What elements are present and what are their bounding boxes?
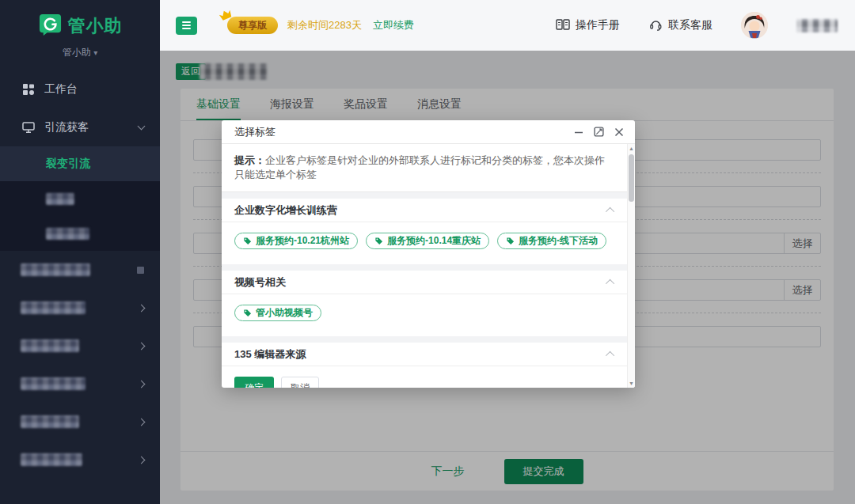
scroll-up-icon[interactable]: ▲: [628, 146, 635, 151]
manual-label: 操作手册: [576, 18, 620, 32]
submenu-item-裂变引流[interactable]: 裂变引流: [0, 146, 160, 181]
sidebar-item-redacted[interactable]: [0, 289, 160, 327]
tag-管小助视频号[interactable]: 管小助视频号: [234, 305, 321, 321]
chevron-up-icon[interactable]: [606, 279, 614, 287]
tag-group-header: 135 编辑器来源: [222, 343, 635, 366]
tag-group-header: 企业数字化增长训练营: [222, 199, 635, 222]
tag-服务预约-10.14重庆站[interactable]: 服务预约-10.14重庆站: [366, 233, 489, 249]
select-tag-dialog: 选择标签 提示：企业客户标签是针对企业的外部联系人进行标记和分类的标签，您本次操…: [222, 120, 635, 388]
chevron-right-icon: [138, 456, 146, 464]
sidebar-item-redacted[interactable]: [0, 403, 160, 441]
section-separator: [222, 336, 635, 343]
chevron-right-icon: [138, 304, 146, 312]
chevron-up-icon[interactable]: [606, 351, 614, 359]
brand-logo-icon: [38, 13, 63, 40]
tag-label: 服务预约-10.21杭州站: [256, 234, 349, 248]
minimize-icon[interactable]: [574, 127, 583, 137]
submenu-item-redacted[interactable]: [0, 216, 160, 251]
redacted-label: [21, 339, 79, 352]
sidebar-item-引流获客[interactable]: 引流获客: [0, 108, 160, 146]
tag-服务预约-线下活动[interactable]: 服务预约-线下活动: [497, 233, 606, 249]
chevron-right-icon: [138, 380, 146, 388]
dialog-window-controls: [574, 127, 624, 137]
workspace-switcher[interactable]: 管小助 ▾: [0, 46, 160, 59]
sidebar-item-label: 工作台: [44, 82, 78, 97]
redacted-label: [46, 228, 89, 240]
manual-link[interactable]: 操作手册: [556, 18, 620, 33]
redacted-label: [21, 301, 86, 314]
main-area: 尊享版 剩余时间2283天 立即续费 操作手册 联系客服: [160, 0, 855, 504]
cancel-button[interactable]: 取消: [281, 377, 319, 388]
sidebar-submenu: 裂变引流: [0, 146, 160, 251]
tag-label: 服务预约-10.14重庆站: [387, 234, 481, 248]
submenu-item-redacted[interactable]: [0, 181, 160, 216]
caret-down-icon: ▾: [93, 48, 97, 57]
chevron-right-icon: [138, 342, 146, 350]
brand-logo: 管小助: [0, 0, 160, 40]
submenu-item-label: 裂变引流: [46, 157, 90, 171]
sidebar: 管小助 管小助 ▾ 工作台引流获客裂变引流: [0, 0, 160, 504]
sidebar-item-redacted[interactable]: [0, 251, 160, 289]
collapse-sidebar-button[interactable]: [176, 17, 197, 35]
topbar-right: 操作手册 联系客服: [556, 12, 838, 39]
tag-icon: [243, 309, 252, 317]
support-label: 联系客服: [668, 18, 712, 32]
section-separator: [222, 192, 635, 199]
redacted-label: [21, 415, 79, 428]
tag-list: 服务预约-10.21杭州站服务预约-10.14重庆站服务预约-线下活动: [222, 222, 635, 264]
brand-name: 管小助: [68, 14, 123, 38]
scrollbar-thumb[interactable]: [629, 154, 634, 202]
tag-服务预约-10.21杭州站[interactable]: 服务预约-10.21杭州站: [234, 233, 358, 249]
grid-icon: [22, 83, 35, 96]
redacted-label: [46, 193, 74, 205]
dialog-title: 选择标签: [234, 125, 276, 139]
support-link[interactable]: 联系客服: [648, 17, 712, 34]
tag-group-title: 企业数字化增长训练营: [234, 203, 337, 218]
remaining-time: 剩余时间2283天: [287, 18, 362, 32]
dialog-hint: 提示：企业客户标签是针对企业的外部联系人进行标记和分类的标签，您本次操作只能选定…: [222, 144, 635, 192]
hint-text: 企业客户标签是针对企业的外部联系人进行标记和分类的标签，您本次操作只能选定单个标…: [234, 154, 605, 180]
sidebar-item-redacted[interactable]: [0, 327, 160, 365]
tag-group-title: 视频号相关: [234, 275, 286, 290]
renew-link[interactable]: 立即续费: [373, 18, 414, 32]
book-icon: [556, 18, 570, 33]
tag-sections: 企业数字化增长训练营服务预约-10.21杭州站服务预约-10.14重庆站服务预约…: [222, 192, 635, 366]
hint-label: 提示：: [234, 154, 265, 166]
avatar[interactable]: [741, 12, 768, 39]
dialog-footer: 确定 取消: [222, 366, 635, 388]
sidebar-item-redacted[interactable]: [0, 441, 160, 479]
vip-badge[interactable]: 尊享版: [227, 19, 278, 32]
section-separator: [222, 264, 635, 271]
dialog-body: 提示：企业客户标签是针对企业的外部联系人进行标记和分类的标签，您本次操作只能选定…: [222, 144, 635, 388]
sidebar-item-工作台[interactable]: 工作台: [0, 70, 160, 108]
headset-icon: [648, 17, 663, 34]
dialog-header: 选择标签: [222, 120, 635, 144]
tag-label: 服务预约-线下活动: [519, 234, 598, 248]
tag-icon: [374, 237, 383, 245]
chevron-right-icon: [138, 418, 146, 426]
workspace-name: 管小助: [63, 47, 91, 58]
modal-scrollbar[interactable]: ▲ ▼: [627, 144, 635, 388]
maximize-icon[interactable]: [594, 127, 604, 137]
chevron-down-icon: [138, 122, 146, 130]
redacted-label: [21, 377, 86, 390]
tag-list: 管小助视频号: [222, 294, 635, 336]
confirm-button[interactable]: 确定: [234, 377, 274, 388]
tag-icon: [243, 237, 252, 245]
redacted-label: [21, 453, 82, 466]
close-icon[interactable]: [614, 127, 624, 137]
topbar: 尊享版 剩余时间2283天 立即续费 操作手册 联系客服: [160, 0, 855, 51]
redacted-badge: [137, 267, 144, 274]
redacted-label: [21, 263, 90, 276]
tag-group-title: 135 编辑器来源: [234, 347, 306, 362]
sidebar-item-redacted[interactable]: [0, 365, 160, 403]
sidebar-menu: 工作台引流获客裂变引流: [0, 70, 160, 479]
username-redacted[interactable]: [796, 19, 838, 32]
sidebar-item-label: 引流获客: [44, 120, 89, 135]
tag-icon: [506, 237, 515, 245]
chevron-up-icon[interactable]: [606, 207, 614, 215]
monitor-icon: [22, 121, 35, 134]
tag-label: 管小助视频号: [256, 306, 313, 320]
scroll-down-icon[interactable]: ▼: [628, 381, 635, 386]
tag-group-header: 视频号相关: [222, 271, 635, 294]
